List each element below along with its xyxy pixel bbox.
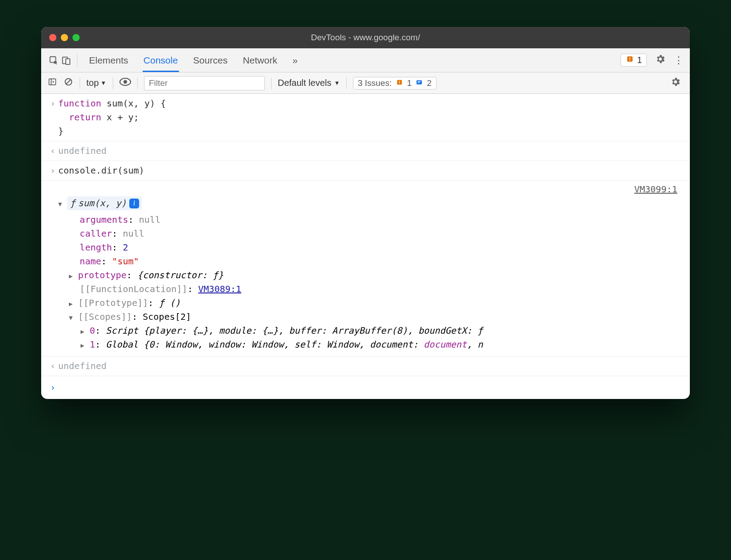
property-row[interactable]: length: 2 xyxy=(69,241,685,255)
context-selector[interactable]: top ▼ xyxy=(86,78,106,88)
more-menu-icon[interactable]: ⋮ xyxy=(674,55,684,66)
log-levels-selector[interactable]: Default levels ▼ xyxy=(278,78,340,88)
devtools-window: DevTools - www.google.com/ Elements Cons… xyxy=(41,27,690,399)
warning-icon xyxy=(395,78,404,88)
warnings-count: 1 xyxy=(637,55,642,65)
expand-toggle[interactable] xyxy=(58,200,62,208)
inspect-element-icon[interactable] xyxy=(47,55,60,65)
console-input-echo: › function sum(x, y) { return x + y; } xyxy=(41,94,690,141)
svg-rect-4 xyxy=(629,57,630,59)
info-icon[interactable]: i xyxy=(129,199,139,208)
dropdown-icon: ▼ xyxy=(334,80,340,86)
live-expression-icon[interactable] xyxy=(119,78,131,88)
output-marker-icon: ‹ xyxy=(47,359,58,373)
settings-icon[interactable] xyxy=(655,54,666,67)
svg-rect-6 xyxy=(49,79,56,85)
scope-entry[interactable]: 1: Global {0: Window, window: Window, se… xyxy=(81,338,685,352)
console-input-echo: › console.dir(sum) xyxy=(41,161,690,181)
function-header[interactable]: ƒ sum(x, y) i xyxy=(67,196,141,210)
expand-toggle[interactable] xyxy=(69,300,72,307)
input-marker-icon: › xyxy=(47,164,58,178)
tab-more[interactable]: » xyxy=(292,49,299,72)
titlebar: DevTools - www.google.com/ xyxy=(41,27,690,48)
console-settings-icon[interactable] xyxy=(670,76,681,90)
property-row[interactable]: name: "sum" xyxy=(69,255,685,268)
expand-toggle[interactable] xyxy=(81,328,84,335)
expand-toggle[interactable] xyxy=(69,272,72,280)
tab-console[interactable]: Console xyxy=(143,49,179,72)
prompt-marker-icon: › xyxy=(47,381,58,395)
property-row[interactable]: caller: null xyxy=(69,227,685,241)
clear-console-icon[interactable] xyxy=(64,77,73,89)
dropdown-icon: ▼ xyxy=(101,80,106,86)
device-toolbar-icon[interactable] xyxy=(60,55,72,65)
property-row[interactable]: prototype: {constructor: ƒ} xyxy=(69,268,685,282)
warning-icon xyxy=(625,55,634,65)
expand-toggle[interactable] xyxy=(81,342,84,349)
svg-rect-5 xyxy=(629,60,630,61)
svg-line-9 xyxy=(66,80,70,84)
tab-sources[interactable]: Sources xyxy=(192,49,229,72)
console-prompt[interactable]: › xyxy=(41,376,690,399)
tab-network[interactable]: Network xyxy=(242,49,278,72)
window-title: DevTools - www.google.com/ xyxy=(41,33,690,42)
filter-input[interactable] xyxy=(144,76,265,90)
console-output: › function sum(x, y) { return x + y; } ‹… xyxy=(41,94,690,399)
toggle-sidebar-icon[interactable] xyxy=(47,77,57,89)
console-dir-output: VM3099:1 ƒ sum(x, y) i arguments: null c… xyxy=(41,181,690,356)
tab-elements[interactable]: Elements xyxy=(88,49,129,72)
svg-point-11 xyxy=(123,80,127,84)
expand-toggle[interactable] xyxy=(69,314,72,321)
console-toolbar: top ▼ Default levels ▼ 3 Issues: 1 2 xyxy=(41,72,690,94)
main-tabbar: Elements Console Sources Network » 1 ⋮ xyxy=(41,48,690,72)
console-result: ‹ undefined xyxy=(41,141,690,161)
source-link[interactable]: VM3099:1 xyxy=(47,182,685,196)
scope-entry[interactable]: 0: Script {player: {…}, module: {…}, buf… xyxy=(81,324,685,338)
issues-button[interactable]: 3 Issues: 1 2 xyxy=(353,77,437,89)
svg-rect-14 xyxy=(399,83,400,84)
svg-rect-2 xyxy=(66,59,70,64)
function-location-link[interactable]: VM3089:1 xyxy=(198,284,241,294)
property-row[interactable]: [[FunctionLocation]]: VM3089:1 xyxy=(69,282,685,296)
warnings-badge[interactable]: 1 xyxy=(620,54,647,67)
property-row[interactable]: arguments: null xyxy=(69,213,685,227)
output-marker-icon: ‹ xyxy=(47,144,58,158)
info-icon xyxy=(415,78,423,88)
property-row[interactable]: [[Scopes]]: Scopes[2] xyxy=(69,310,685,324)
svg-rect-13 xyxy=(399,81,400,83)
property-row[interactable]: [[Prototype]]: ƒ () xyxy=(69,296,685,310)
console-result: ‹ undefined xyxy=(41,356,690,376)
input-marker-icon: › xyxy=(47,97,58,138)
